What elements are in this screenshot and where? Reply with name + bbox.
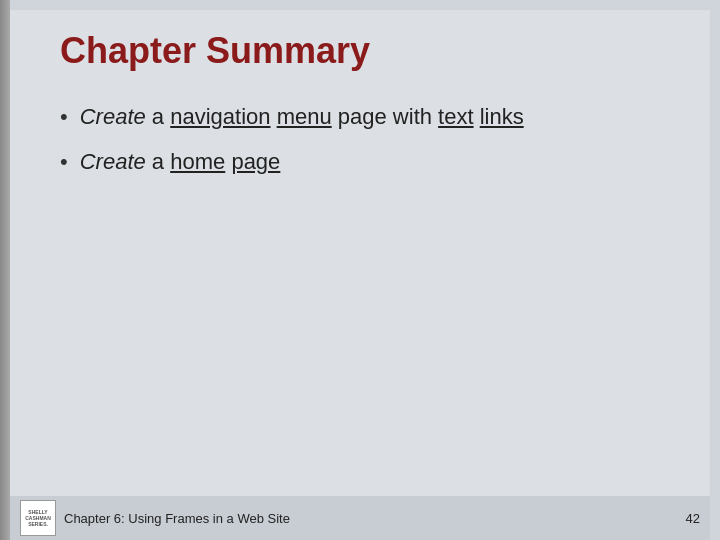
slide-title: Chapter Summary xyxy=(60,30,670,72)
footer: SHELLYCASHMANSERIES. Chapter 6: Using Fr… xyxy=(10,496,710,540)
bullet-dot-1: • xyxy=(60,102,68,133)
bullet-list: • Create a navigation menu page with tex… xyxy=(60,102,670,178)
slide-container: Chapter Summary • Create a navigation me… xyxy=(0,0,720,540)
list-item: • Create a navigation menu page with tex… xyxy=(60,102,670,133)
bullet-dot-2: • xyxy=(60,147,68,178)
footer-logo: SHELLYCASHMANSERIES. xyxy=(20,500,56,536)
footer-page-number: 42 xyxy=(686,511,700,526)
main-content: Chapter Summary • Create a navigation me… xyxy=(10,10,710,496)
bullet-text-2: Create a home page xyxy=(80,147,281,178)
left-bar xyxy=(0,0,10,540)
footer-left: SHELLYCASHMANSERIES. Chapter 6: Using Fr… xyxy=(20,500,290,536)
list-item: • Create a home page xyxy=(60,147,670,178)
bullet-text-1: Create a navigation menu page with text … xyxy=(80,102,524,133)
footer-logo-text: SHELLYCASHMANSERIES. xyxy=(25,509,51,527)
footer-chapter-title: Chapter 6: Using Frames in a Web Site xyxy=(64,511,290,526)
